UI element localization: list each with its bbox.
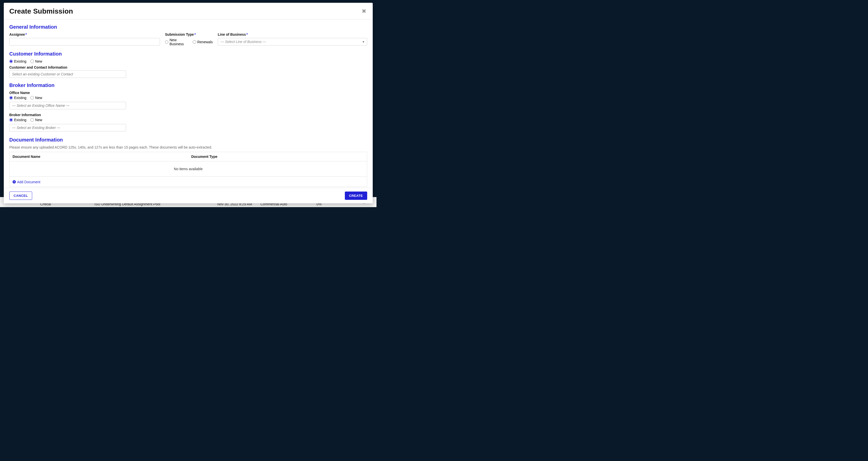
required-mark: *: [25, 32, 27, 36]
general-row: Assignee* Submission Type* New Business …: [9, 32, 367, 48]
radio-broker-existing[interactable]: Existing: [9, 118, 26, 122]
assignee-label: Assignee*: [9, 32, 160, 36]
radio-broker-new[interactable]: New: [30, 118, 42, 122]
broker-input[interactable]: [9, 124, 126, 132]
col-document-type: Document Type: [188, 152, 367, 161]
radio-broker-new-input[interactable]: [30, 118, 34, 122]
section-general-title: General Information: [9, 24, 367, 30]
radio-renewals-input[interactable]: [193, 40, 196, 44]
radio-office-new-input[interactable]: [30, 96, 34, 99]
document-hint: Please ensure any uploaded ACORD 125s, 1…: [9, 145, 367, 149]
office-name-label: Office Name: [9, 91, 367, 95]
cci-input[interactable]: [9, 70, 126, 78]
radio-customer-new-label: New: [35, 59, 42, 63]
required-mark: *: [194, 32, 196, 36]
broker-exist-radios: Existing New: [9, 118, 367, 122]
customer-exist-radios: Existing New: [9, 59, 367, 63]
section-customer-title: Customer Information: [9, 51, 367, 57]
lob-select-wrap: ▼: [218, 38, 367, 46]
cci-label: Customer and Contact Information: [9, 65, 367, 69]
submission-type-label: Submission Type*: [165, 32, 213, 36]
radio-office-existing-label: Existing: [14, 96, 26, 100]
document-table-header: Document Name Document Type: [9, 152, 367, 162]
modal-title: Create Submission: [9, 7, 73, 15]
radio-broker-existing-input[interactable]: [9, 118, 13, 122]
radio-broker-existing-label: Existing: [14, 118, 26, 122]
radio-office-existing[interactable]: Existing: [9, 96, 26, 100]
radio-broker-new-label: New: [35, 118, 42, 122]
lob-label-text: Line of Business: [218, 32, 246, 36]
radio-customer-new[interactable]: New: [30, 59, 42, 63]
cancel-button[interactable]: CANCEL: [9, 192, 32, 200]
modal-footer: CANCEL CREATE: [4, 188, 373, 203]
assignee-input[interactable]: [9, 38, 160, 46]
radio-customer-existing-label: Existing: [14, 59, 26, 63]
document-table: Document Name Document Type No items ava…: [9, 152, 367, 187]
modal-body[interactable]: General Information Assignee* Submission…: [4, 20, 373, 188]
col-document-name: Document Name: [9, 152, 188, 161]
radio-office-new[interactable]: New: [30, 96, 42, 100]
close-button[interactable]: ✖: [361, 8, 367, 14]
radio-new-business-input[interactable]: [165, 40, 168, 44]
add-document-label: Add Document: [17, 180, 40, 184]
create-button[interactable]: CREATE: [345, 192, 367, 200]
document-table-footer: + Add Document: [9, 176, 367, 186]
submission-type-field: Submission Type* New Business Renewals: [165, 32, 213, 48]
broker-info-label: Broker Information: [9, 113, 367, 117]
office-exist-radios: Existing New: [9, 96, 367, 100]
plus-circle-icon: +: [12, 180, 16, 183]
lob-field: Line of Business* ▼: [218, 32, 367, 48]
section-document-title: Document Information: [9, 137, 367, 143]
radio-customer-new-input[interactable]: [30, 60, 34, 63]
section-broker-title: Broker Information: [9, 82, 367, 88]
assignee-label-text: Assignee: [9, 32, 25, 36]
radio-renewals-label: Renewals: [197, 40, 213, 44]
radio-office-existing-input[interactable]: [9, 96, 13, 99]
document-empty-state: No items available: [9, 162, 367, 176]
lob-select[interactable]: [218, 38, 367, 46]
radio-new-business[interactable]: New Business: [165, 38, 189, 46]
radio-customer-existing[interactable]: Existing: [9, 59, 26, 63]
lob-label: Line of Business*: [218, 32, 367, 36]
submission-type-radios: New Business Renewals: [165, 38, 213, 46]
modal-header: Create Submission ✖: [4, 3, 373, 20]
radio-customer-existing-input[interactable]: [9, 60, 13, 63]
radio-office-new-label: New: [35, 96, 42, 100]
radio-new-business-label: New Business: [169, 38, 189, 46]
create-submission-modal: Create Submission ✖ General Information …: [4, 3, 373, 203]
required-mark: *: [246, 32, 248, 36]
radio-renewals[interactable]: Renewals: [193, 40, 213, 44]
assignee-field: Assignee*: [9, 32, 160, 48]
office-name-input[interactable]: [9, 102, 126, 109]
close-icon: ✖: [362, 8, 366, 14]
add-document-link[interactable]: + Add Document: [12, 180, 40, 184]
submission-type-label-text: Submission Type: [165, 32, 194, 36]
